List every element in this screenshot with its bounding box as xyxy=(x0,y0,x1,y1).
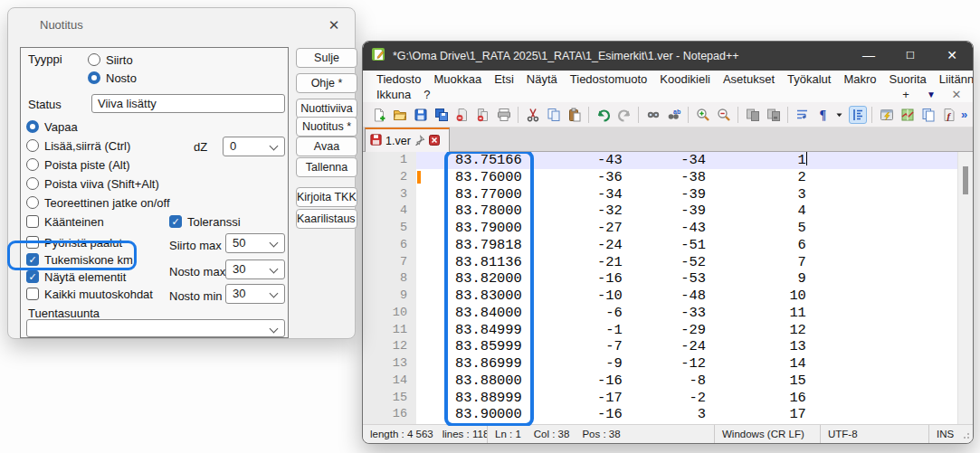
dialog-button-avaa[interactable]: Avaa xyxy=(296,137,357,156)
editor-line[interactable]: 83.85999 -7 -24 13 xyxy=(422,338,807,355)
editor-line[interactable]: 83.79000 -27 -43 5 xyxy=(422,220,807,237)
paste-icon[interactable] xyxy=(566,106,584,124)
line-number[interactable]: 1 xyxy=(363,152,416,169)
menu-koodikieli[interactable]: Koodikieli xyxy=(653,72,717,86)
check-kaikki-muutoskohdat[interactable] xyxy=(26,288,39,300)
notepad-titlebar[interactable]: *G:\Oma Drive\1_RATA 2025\1_RATA\1_Esime… xyxy=(363,42,973,71)
dialog-button-kirjoita-tkk[interactable]: Kirjoita TKK * xyxy=(296,187,357,207)
menu-n-yt-[interactable]: Näytä xyxy=(520,72,564,86)
tuentasuunta-combo[interactable] xyxy=(26,319,285,337)
check-pyorista-paalut-label[interactable]: Pyöristä paalut xyxy=(44,236,122,250)
status-encoding[interactable]: UTF-8 xyxy=(828,429,858,439)
line-number[interactable]: 6 xyxy=(363,237,416,254)
radio-vapaa[interactable] xyxy=(26,120,39,133)
tab-close-icon[interactable] xyxy=(429,133,440,149)
line-number[interactable]: 15 xyxy=(363,390,416,407)
editor-line[interactable]: 83.90000 -16 3 17 xyxy=(422,406,807,423)
line-number[interactable]: 14 xyxy=(363,373,416,390)
clone-document-icon[interactable] xyxy=(919,106,937,124)
redo-icon[interactable] xyxy=(615,106,633,124)
check-nayta-elementit-label[interactable]: Näytä elementit xyxy=(44,270,126,284)
check-tukemiskone-label[interactable]: Tukemiskone km xyxy=(44,253,133,267)
line-number[interactable]: 12 xyxy=(363,338,416,355)
status-field[interactable]: Viiva lisätty xyxy=(91,94,285,113)
editor-line[interactable]: 83.84000 -6 -33 11 xyxy=(422,305,807,322)
menu-liit-nn-iset[interactable]: Liitännäiset xyxy=(933,72,974,86)
new-tab-button[interactable]: + xyxy=(895,88,917,101)
check-kaanteinen-label[interactable]: Käänteinen xyxy=(44,215,104,229)
check-tukemiskone[interactable]: ✓ xyxy=(26,253,39,266)
radio-nosto-label[interactable]: Nosto xyxy=(106,71,137,85)
nosto-max-combo[interactable]: 30 xyxy=(225,260,285,279)
radio-poista-piste[interactable] xyxy=(26,158,39,171)
pin-icon[interactable] xyxy=(414,133,425,149)
replace-icon[interactable]: ab xyxy=(665,106,683,124)
print-icon[interactable] xyxy=(495,106,513,124)
check-nayta-elementit[interactable]: ✓ xyxy=(26,270,39,283)
editor-line[interactable]: 83.88000 -16 -8 15 xyxy=(422,373,807,390)
cut-icon[interactable] xyxy=(524,106,542,124)
function-list-icon[interactable]: f xyxy=(940,106,958,124)
editor-line[interactable]: 83.76000 -36 -38 2 xyxy=(422,169,807,186)
doc-monitor-icon[interactable] xyxy=(878,106,896,124)
check-pyorista-paalut[interactable] xyxy=(26,236,39,249)
menu-muokkaa[interactable]: Muokkaa xyxy=(427,72,488,86)
menu-tiedostomuoto[interactable]: Tiedostomuoto xyxy=(564,72,654,86)
radio-lisaa-siirra-label[interactable]: Lisää,siirrä (Ctrl) xyxy=(44,139,130,153)
editor-line[interactable]: 83.79818 -24 -51 6 xyxy=(422,237,807,254)
check-kaanteinen[interactable] xyxy=(26,215,39,228)
menu-makro[interactable]: Makro xyxy=(837,72,882,86)
radio-nosto[interactable] xyxy=(88,71,100,84)
copy-icon[interactable] xyxy=(545,106,563,124)
line-number[interactable]: 10 xyxy=(363,305,416,322)
show-all-chars-icon[interactable]: ¶ xyxy=(814,106,833,124)
editor-line[interactable]: 83.78000 -32 -39 4 xyxy=(422,203,807,220)
menu-?[interactable]: ? xyxy=(417,88,436,101)
menu-tiedosto[interactable]: Tiedosto xyxy=(370,72,427,86)
editor-line[interactable]: 83.82000 -16 -53 9 xyxy=(422,270,807,288)
menu-ikkuna[interactable]: Ikkuna xyxy=(370,88,417,101)
check-toleranssi-label[interactable]: Toleranssi xyxy=(187,215,241,229)
dialog-button-nuottiviiva[interactable]: Nuottiviiva xyxy=(296,99,357,118)
radio-siirto-label[interactable]: Siirto xyxy=(106,53,133,67)
close-doc-button[interactable]: ✕ xyxy=(946,88,967,101)
document-map-icon[interactable] xyxy=(899,106,917,124)
check-kaikki-muutoskohdat-label[interactable]: Kaikki muutoskohdat xyxy=(44,288,153,301)
editor-line[interactable]: 83.75166 -43 -34 1 xyxy=(422,152,807,169)
line-number[interactable]: 7 xyxy=(363,254,416,271)
line-number[interactable]: 13 xyxy=(363,355,416,373)
menu-suorita[interactable]: Suorita xyxy=(883,72,933,86)
nosto-min-combo[interactable]: 30 xyxy=(225,284,285,304)
line-number[interactable]: 4 xyxy=(363,203,416,220)
line-number[interactable]: 8 xyxy=(363,270,416,288)
line-number[interactable]: 9 xyxy=(363,288,416,305)
radio-poista-viiva-label[interactable]: Poista viiva (Shift+Alt) xyxy=(44,177,159,191)
editor-line[interactable]: 83.88999 -17 -2 16 xyxy=(422,390,807,407)
status-insert-mode[interactable]: INS xyxy=(937,429,954,439)
line-number[interactable]: 16 xyxy=(363,406,416,423)
sync-horizontal-scroll-icon[interactable] xyxy=(765,106,783,124)
save-icon[interactable] xyxy=(412,106,430,124)
radio-poista-viiva[interactable] xyxy=(26,177,39,190)
dialog-button-sulje[interactable]: Sulje xyxy=(296,48,357,68)
radio-poista-piste-label[interactable]: Poista piste (Alt) xyxy=(44,158,130,172)
chars-dropdown-icon[interactable] xyxy=(835,106,846,124)
radio-teoreettinen[interactable] xyxy=(26,196,39,209)
status-eol[interactable]: Windows (CR LF) xyxy=(722,429,804,439)
radio-siirto[interactable] xyxy=(88,53,100,66)
dialog-button-ohje[interactable]: Ohje * xyxy=(296,73,357,93)
dialog-button-kaarilistaus[interactable]: Kaarilistaus * xyxy=(296,209,357,229)
vertical-scrollbar[interactable] xyxy=(957,152,973,426)
siirto-max-combo[interactable]: 50 xyxy=(225,233,285,253)
line-number[interactable]: 11 xyxy=(363,322,416,339)
tab-1ver[interactable]: 1.ver xyxy=(365,127,450,152)
line-number[interactable]: 5 xyxy=(363,220,416,237)
dialog-button-tallenna[interactable]: Tallenna xyxy=(296,157,357,177)
minimize-button[interactable]: — xyxy=(848,42,890,71)
close-button[interactable]: ✕ xyxy=(931,42,973,71)
check-toleranssi[interactable]: ✓ xyxy=(169,215,182,228)
editor-line[interactable]: 83.81136 -21 -52 7 xyxy=(422,254,807,271)
indent-guide-icon[interactable] xyxy=(849,106,867,124)
editor-line[interactable]: 83.84999 -1 -29 12 xyxy=(422,322,807,339)
dz-combo[interactable]: 0 xyxy=(223,137,285,156)
